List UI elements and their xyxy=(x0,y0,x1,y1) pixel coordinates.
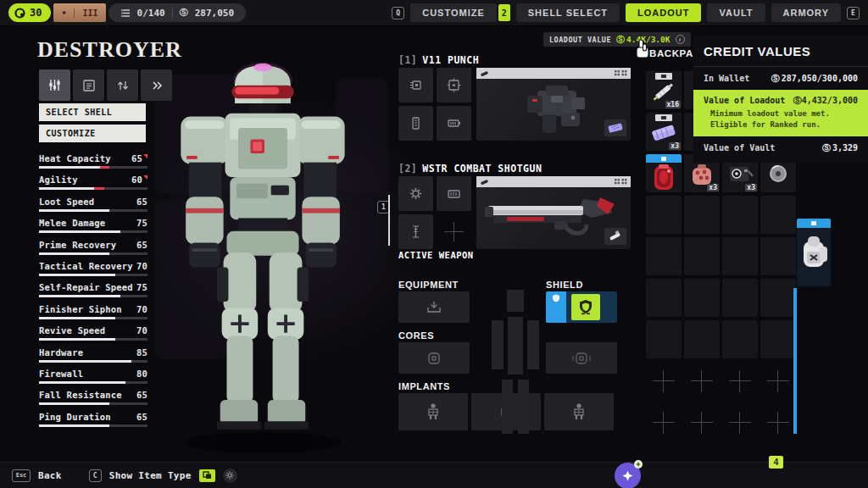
tab-loadout[interactable]: LOADOUT xyxy=(626,3,701,22)
missions-icon xyxy=(120,8,131,18)
backpack-item-purple-module[interactable]: x3 xyxy=(646,113,682,151)
core-slot-left[interactable] xyxy=(398,342,470,374)
tab-vault[interactable]: VAULT xyxy=(707,3,765,22)
backpack-cell[interactable] xyxy=(760,279,796,317)
item-type-state-badge[interactable] xyxy=(199,469,215,482)
wallet-credits: 287,050 xyxy=(195,8,234,19)
backpack-pack-icon xyxy=(797,230,831,280)
stat-label: Tactical Recovery xyxy=(39,261,133,272)
weapon1-index: [1] xyxy=(398,54,417,66)
backpack-cell[interactable] xyxy=(760,196,796,234)
attachment-slot-mag-horizontal[interactable] xyxy=(437,176,471,211)
backpack-cell[interactable] xyxy=(722,279,758,317)
emblem-icon xyxy=(621,469,634,482)
body-silhouette xyxy=(488,290,542,444)
stat-row: Self-Repair Speed75 xyxy=(39,282,147,303)
show-item-type-toggle[interactable]: Show Item Type xyxy=(109,470,192,481)
shield-slot-header xyxy=(546,291,566,323)
credit-values-title: CREDIT VALUES xyxy=(693,36,868,67)
wallet-row: In Wallet Ⓢ287,050/300,000 xyxy=(693,67,868,90)
attachment-slot-receiver[interactable] xyxy=(398,176,433,211)
weapon2-preview[interactable] xyxy=(476,176,631,249)
attachment-slot-empty[interactable] xyxy=(437,214,471,249)
magazine-icon xyxy=(408,115,424,131)
backpack-item-backpack-pack[interactable] xyxy=(797,219,831,286)
stat-row: Fall Resistance65 xyxy=(39,390,147,411)
stat-row: Prime Recovery65 xyxy=(39,240,147,261)
backpack-cell[interactable] xyxy=(722,320,758,358)
attachment-slot-battery[interactable] xyxy=(437,106,471,141)
key-hint-q: Q xyxy=(392,7,404,19)
equipment-label: EQUIPMENT xyxy=(398,280,459,290)
backpack-cell[interactable] xyxy=(646,196,682,234)
implant-slot-1[interactable] xyxy=(398,393,468,430)
muzzle-chip-icon xyxy=(408,77,424,93)
backpack-cell[interactable] xyxy=(722,196,758,234)
loadout-value-chip: LOADOUT VALUE Ⓢ4.4K/3.0K i xyxy=(543,32,691,47)
tab-customize[interactable]: CUSTOMIZE xyxy=(410,3,497,22)
weapon-marker-line xyxy=(388,195,390,246)
weapon2-attachment-slots xyxy=(398,176,471,249)
weapon1-skin-chip xyxy=(604,119,626,136)
backpack-cell[interactable] xyxy=(646,237,682,275)
backpack-cell[interactable] xyxy=(646,279,682,317)
loadout-note-line1: Minimum loadout value met. xyxy=(710,108,858,119)
loadout-note-line2: Eligible for Ranked run. xyxy=(710,119,858,130)
backpack-item-red-canister[interactable] xyxy=(646,154,682,192)
stat-label: Ping Duration xyxy=(39,412,111,423)
backpack-cell[interactable] xyxy=(722,237,758,275)
weapon1-preview[interactable] xyxy=(476,68,631,141)
stats-view-button[interactable] xyxy=(39,69,70,101)
stat-bar xyxy=(39,338,147,341)
tab-shell-select[interactable]: SHELL SELECT xyxy=(516,3,620,22)
arrows-swap-icon xyxy=(115,78,131,93)
back-button[interactable]: Back xyxy=(38,470,62,481)
shield-slot[interactable] xyxy=(546,291,617,323)
implant-person-icon xyxy=(426,402,441,421)
customize-shell-button[interactable]: CUSTOMIZE xyxy=(39,125,146,142)
locked-slot-cross xyxy=(684,363,720,401)
attachment-slot-stock[interactable] xyxy=(398,214,433,249)
top-bar: 30 • III 0/140 Ⓢ 287,050 Q CUSTOMIZE xyxy=(0,0,868,26)
mech-viewport[interactable] xyxy=(140,46,386,459)
divider xyxy=(172,8,173,18)
resources-pill[interactable]: 0/140 Ⓢ 287,050 xyxy=(108,3,246,22)
backpack-item-stim-syringe[interactable]: x16 xyxy=(646,71,682,109)
player-level: 30 xyxy=(30,7,42,19)
equipment-slot[interactable] xyxy=(398,291,470,323)
stat-row: Agility60 xyxy=(39,175,147,196)
select-shell-button[interactable]: SELECT SHELL xyxy=(39,103,146,121)
white-shell-icon xyxy=(608,230,623,242)
weapon1-name: V11 PUNCH xyxy=(422,54,479,66)
attachment-slot-muzzle[interactable] xyxy=(398,68,433,103)
backpack-cell[interactable] xyxy=(684,237,720,275)
tab-armory[interactable]: ARMORY xyxy=(771,3,841,22)
backpack-scrollbar[interactable] xyxy=(793,288,797,434)
key-hint-c: C xyxy=(89,469,102,482)
stat-bar xyxy=(39,424,147,427)
shell-info-button[interactable] xyxy=(73,69,104,101)
rank-indicator[interactable]: • III xyxy=(53,3,105,22)
sliders-icon xyxy=(47,77,63,93)
plus-icon xyxy=(636,462,641,467)
community-hub-button[interactable] xyxy=(615,463,641,488)
vault-row: Value of Vault Ⓢ3,329 xyxy=(693,136,868,159)
mech-destroyer xyxy=(140,46,386,459)
grid-dots-icon xyxy=(614,69,627,77)
backpack-cell[interactable] xyxy=(760,320,796,358)
attachment-slot-magazine[interactable] xyxy=(398,106,433,141)
compare-button[interactable] xyxy=(107,69,138,101)
battery-icon xyxy=(446,115,462,131)
backpack-cell[interactable] xyxy=(684,279,720,317)
backpack-cell[interactable] xyxy=(760,237,796,275)
player-level-pill[interactable]: 30 xyxy=(8,3,51,22)
info-icon[interactable]: i xyxy=(676,35,685,44)
backpack-cell[interactable] xyxy=(646,320,682,358)
backpack-cell[interactable] xyxy=(684,320,720,358)
backpack-cell[interactable] xyxy=(684,196,720,234)
implant-slot-3[interactable] xyxy=(544,393,614,430)
stat-row: Hardware85 xyxy=(39,347,147,369)
core-slot-right[interactable] xyxy=(546,342,617,374)
attachment-slot-sight[interactable] xyxy=(437,68,471,103)
item-type-settings-button[interactable] xyxy=(223,469,237,483)
